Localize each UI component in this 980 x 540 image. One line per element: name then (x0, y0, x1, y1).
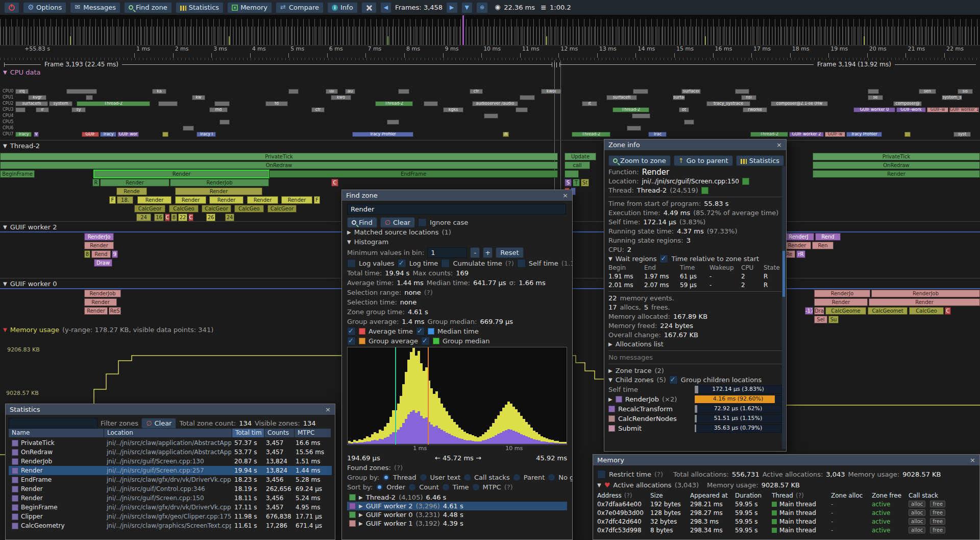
timeline-zone[interactable]: Draw (94, 259, 112, 267)
cpu-zone[interactable] (632, 113, 650, 119)
cpu-zone[interactable] (219, 120, 230, 125)
frame-dropdown-button[interactable]: ▼ (461, 2, 473, 13)
timeline-zone[interactable]: Render (869, 298, 980, 306)
ignore-case-checkbox[interactable] (418, 218, 427, 227)
timeline-zone[interactable]: RenderJ (783, 233, 814, 241)
table-row[interactable]: RenderJobjni/../jni/src/guif/Screen.cpp:… (9, 457, 332, 466)
location-value[interactable]: jni/../jni/src/guif/Screen.cpp:150 (642, 178, 739, 185)
found-zone-thread[interactable]: ▶GUIF worker 0(3,231)4.48 s (347, 510, 567, 519)
cpu-zone[interactable] (183, 126, 194, 131)
next-frame-button[interactable]: ▶ (446, 2, 457, 13)
thread-header-thread-2[interactable]: ▼Thread-2 (3, 141, 40, 150)
timeline-zone[interactable]: Render (137, 196, 172, 204)
cpu-zone[interactable] (904, 132, 911, 137)
cpu-zone[interactable] (158, 101, 178, 106)
timeline-zone[interactable]: R (92, 179, 100, 186)
timeline-zone[interactable]: Render (84, 307, 108, 315)
timeline-zone[interactable]: Render (175, 187, 262, 195)
group-children-checkbox[interactable] (669, 375, 678, 384)
column-header-appeared-at[interactable]: Appeared at (690, 492, 735, 499)
timeline-zone[interactable]: Su (828, 316, 839, 323)
sort-by-radio-count[interactable] (408, 483, 416, 491)
cpu-zone[interactable]: Thread-2 (77, 101, 150, 106)
collapse-icon[interactable]: ▼ (3, 143, 7, 149)
column-header-call-stack[interactable]: Call stack (909, 492, 980, 499)
cpu-zone[interactable]: iai (326, 89, 338, 94)
cpu-zone[interactable] (398, 89, 409, 94)
cpu-zone[interactable] (86, 95, 93, 100)
call-stack-tag[interactable]: alloc (909, 518, 925, 525)
timeline-zone[interactable]: C (165, 214, 170, 221)
timeline-zone[interactable]: T (573, 179, 580, 186)
group-by-radio-call-stacks[interactable] (463, 474, 471, 481)
timeline-zone[interactable]: S (565, 179, 572, 186)
table-row[interactable]: 0x7dfaa64e00192 bytes298.21 ms59.95 sMai… (597, 500, 975, 508)
close-icon[interactable]: × (776, 141, 782, 149)
sort-by-radio-mtpc[interactable] (472, 483, 480, 491)
timeline-zone[interactable]: -17 (805, 307, 813, 315)
scrollbar[interactable] (782, 166, 786, 449)
cpu-zone[interactable]: GUIF worker 2 (789, 132, 824, 137)
expand-icon[interactable]: ▶ (347, 229, 351, 235)
goto-frame-button[interactable]: ⊕ (476, 2, 488, 13)
timeline-zone[interactable]: Render (84, 242, 114, 249)
statistics-table-header[interactable]: NameLocationTotal timCountsMTPC (9, 429, 332, 437)
timeline-zone[interactable]: call (565, 161, 590, 169)
log-time-checkbox[interactable] (398, 259, 406, 268)
cpu-zone[interactable] (520, 95, 535, 100)
collapse-icon[interactable]: ▼ (608, 377, 612, 383)
expand-icon[interactable]: ▶ (359, 521, 363, 526)
table-row[interactable]: 0x7dfc53d9988 bytes298.34 ms59.95 sMain … (597, 526, 975, 534)
cpu-zone[interactable]: Tracy Profiler (352, 132, 413, 137)
expand-icon[interactable]: ▶ (359, 512, 363, 518)
allocations-table-header[interactable]: Address(?)SizeAppeared atDurationThread(… (597, 491, 975, 500)
cpu-zone[interactable]: Tracy Profiler (846, 132, 882, 137)
cpu-zone[interactable]: kw (192, 95, 205, 100)
column-header-address[interactable]: Address(?) (597, 492, 650, 499)
column-header-location[interactable]: Location (104, 429, 232, 437)
cpu-zone[interactable]: system_s (942, 95, 962, 100)
cpu-zone[interactable]: Tracy (100, 132, 116, 137)
go-to-parent-button[interactable]: ↑Go to parent (674, 155, 733, 166)
filter-input[interactable] (9, 418, 97, 429)
timeline-zone[interactable]: Render (175, 196, 206, 204)
alloc-address[interactable]: 0x7dfc42d640 (597, 518, 650, 525)
timeline-zone[interactable]: BeginFrame (0, 170, 35, 178)
call-stack-tag[interactable]: free (930, 501, 945, 507)
cpu-zone[interactable]: composer@2.1-se (Hw (771, 101, 828, 106)
cpu-zone[interactable]: surfac (673, 95, 685, 100)
table-row[interactable]: Clipperjni/../jni/src/claw/gfx/geo/Clipp… (9, 512, 332, 521)
cpu-zone[interactable]: ot (679, 107, 689, 112)
timeline-zone[interactable]: 22 (178, 214, 187, 221)
cpu-zone[interactable]: kwo (331, 95, 351, 100)
timeline-zone[interactable]: 8 (171, 214, 177, 221)
cpu-zone[interactable]: cfr (311, 107, 325, 112)
reset-button[interactable]: Reset (496, 247, 523, 258)
column-header-thread[interactable]: Thread(?) (772, 492, 831, 499)
timeline-zone[interactable]: F (314, 196, 320, 204)
cpu-zone[interactable] (684, 120, 694, 125)
memory-usage-header[interactable]: ▼ Memory usage (y-range: 178.27 KB, visi… (3, 326, 213, 334)
statistics-titlebar[interactable]: Statistics × (6, 404, 335, 415)
restrict-time-checkbox[interactable] (597, 470, 606, 479)
table-row[interactable]: BeginFramejni/../jni/src/claw/gfx/drv/vk… (9, 503, 332, 512)
timeline-zone[interactable]: St (581, 179, 589, 186)
cpu-zone[interactable]: Tracy I (197, 132, 216, 137)
cpu-zone[interactable]: rworke (743, 107, 767, 112)
timeline-zone[interactable]: RenderJo (814, 290, 870, 297)
child-zone-row[interactable]: RecalcTransform72.92 μs (1.62%) (608, 405, 782, 413)
expand-icon[interactable]: ▶ (608, 368, 612, 373)
collapse-icon[interactable]: ▼ (3, 327, 7, 333)
timeline-zone[interactable]: RenderJob (84, 290, 121, 297)
cpu-zone[interactable] (288, 89, 299, 94)
cpu-zone[interactable]: Thread-2 (750, 132, 788, 137)
thread-value[interactable]: Thread-2 (637, 186, 667, 194)
cpu-zone[interactable] (15, 107, 26, 112)
found-zone-thread[interactable]: ▶GUIF worker 1(3,192)4.39 s (347, 519, 567, 528)
cpu-zone[interactable] (214, 101, 230, 106)
zone-info-titlebar[interactable]: Zone info × (604, 139, 786, 150)
timeline-zone[interactable]: C (945, 307, 951, 315)
call-stack-tag[interactable]: alloc (909, 509, 925, 516)
cpu-zone[interactable]: Thread-2 (375, 101, 413, 106)
table-row[interactable]: Renderjni/../jni/src/guif/Screen.cpp:150… (9, 494, 332, 503)
